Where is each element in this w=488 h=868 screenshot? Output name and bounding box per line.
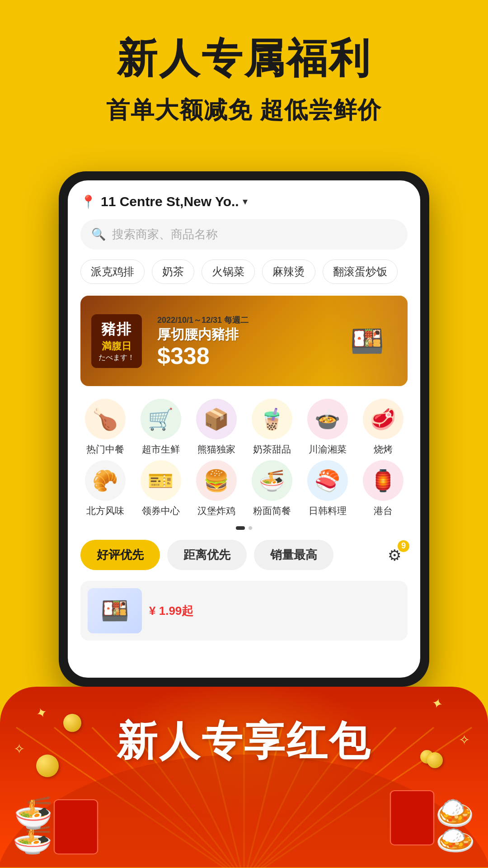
cat-icon-1: 🛒	[141, 399, 181, 439]
filter-badge: 9	[398, 540, 409, 552]
promo-title: 新人专享红包	[18, 714, 470, 769]
category-chips: 派克鸡排 奶茶 火锅菜 麻辣烫 翻滚蛋炒饭	[80, 259, 408, 284]
svg-rect-14	[54, 800, 98, 854]
cat-sichuan[interactable]: 🍲 川渝湘菜	[303, 399, 352, 456]
cat-panda-exclusive[interactable]: 📦 熊猫独家	[192, 399, 241, 456]
cat-icon-11: 🏮	[363, 460, 404, 501]
cat-label-7: 领券中心	[142, 505, 180, 517]
top-section: 新人专属福利 首单大额减免 超低尝鲜价	[0, 0, 488, 153]
search-placeholder: 搜索商家、商品名称	[112, 226, 218, 242]
food-image: 🍱	[350, 325, 384, 357]
sub-title: 首单大额减免 超低尝鲜价	[18, 94, 470, 126]
product-thumbnail: 🍱	[88, 588, 142, 633]
cat-icon-9: 🍜	[252, 460, 292, 501]
price-label: ¥	[149, 604, 155, 618]
cat-icon-3: 🧋	[252, 399, 292, 439]
banner-logo-mid: 満腹日	[99, 340, 135, 353]
location-text: 11 Centre St,New Yo..	[101, 194, 239, 209]
banner[interactable]: 豬排 満腹日 たべます！ 2022/10/1～12/31 每週二 厚切腰内豬排 …	[80, 296, 408, 386]
cat-icon-8: 🍔	[196, 460, 237, 501]
cat-label-4: 川渝湘菜	[309, 443, 347, 456]
search-icon: 🔍	[91, 227, 106, 241]
cat-hk-taiwan[interactable]: 🏮 港台	[358, 460, 408, 517]
price-value: 1.99起	[159, 604, 194, 618]
filter-top-rated[interactable]: 好评优先	[80, 540, 160, 570]
location-icon: 📍	[80, 194, 96, 209]
product-price: ¥ 1.99起	[149, 603, 400, 619]
chip-1[interactable]: 奶茶	[152, 259, 194, 284]
categories-row1: 🍗 热门中餐 🛒 超市生鲜 📦 熊猫独家 🧋 奶茶甜品	[80, 399, 408, 456]
cat-icon-5: 🥩	[363, 399, 404, 439]
chip-4[interactable]: 翻滚蛋炒饭	[323, 259, 398, 284]
food-float-1: 🍜	[14, 794, 53, 831]
product-info: ¥ 1.99起	[149, 603, 400, 619]
cat-label-0: 热门中餐	[86, 443, 124, 456]
chip-3[interactable]: 麻辣烫	[262, 259, 315, 284]
cat-bbq[interactable]: 🥩 烧烤	[358, 399, 408, 456]
chip-0[interactable]: 派克鸡排	[80, 259, 145, 284]
cat-burger[interactable]: 🍔 汉堡炸鸡	[192, 460, 241, 517]
dot-indicator	[80, 526, 408, 530]
phone-mockup: 📍 11 Centre St,New Yo.. ▾ 🔍 搜索商家、商品名称 派克…	[59, 171, 429, 687]
cat-hot-chinese[interactable]: 🍗 热门中餐	[80, 399, 130, 456]
categories-row2: 🥐 北方风味 🎫 领券中心 🍔 汉堡炸鸡 🍜 粉面简餐	[80, 460, 408, 517]
product-card[interactable]: 🍱 ¥ 1.99起	[80, 581, 408, 641]
cat-icon-0: 🍗	[85, 399, 126, 439]
cat-japanese[interactable]: 🍣 日韩料理	[303, 460, 352, 517]
dot-active	[236, 526, 245, 530]
cat-label-11: 港台	[374, 505, 393, 517]
main-title: 新人专属福利	[18, 36, 470, 81]
location-bar[interactable]: 📍 11 Centre St,New Yo.. ▾	[80, 194, 408, 209]
bottom-section: ✦ ✦ ✧ ✧ 新人专享红包	[0, 687, 488, 868]
filter-nearest[interactable]: 距离优先	[167, 540, 247, 570]
svg-rect-15	[390, 791, 434, 845]
search-bar[interactable]: 🔍 搜索商家、商品名称	[80, 219, 408, 250]
cat-noodles[interactable]: 🍜 粉面简餐	[247, 460, 296, 517]
app-content: 📍 11 Centre St,New Yo.. ▾ 🔍 搜索商家、商品名称 派克…	[68, 180, 420, 641]
cat-coupon[interactable]: 🎫 领券中心	[136, 460, 185, 517]
cat-icon-2: 📦	[196, 399, 237, 439]
banner-left: 豬排 満腹日 たべます！	[80, 305, 151, 377]
cat-label-1: 超市生鲜	[142, 443, 180, 456]
cat-icon-4: 🍲	[307, 399, 348, 439]
cat-label-9: 粉面简餐	[253, 505, 291, 517]
phone-wrapper: 📍 11 Centre St,New Yo.. ▾ 🔍 搜索商家、商品名称 派克…	[0, 153, 488, 687]
red-promo-section: ✦ ✦ ✧ ✧ 新人专享红包	[0, 687, 488, 868]
chevron-down-icon: ▾	[243, 196, 248, 208]
banner-logo-bot: たべます！	[99, 353, 135, 363]
cat-supermarket[interactable]: 🛒 超市生鲜	[136, 399, 185, 456]
cat-north[interactable]: 🥐 北方风味	[80, 460, 130, 517]
cat-icon-6: 🥐	[85, 460, 126, 501]
phone-screen: 📍 11 Centre St,New Yo.. ▾ 🔍 搜索商家、商品名称 派克…	[68, 180, 420, 678]
chip-2[interactable]: 火锅菜	[202, 259, 255, 284]
cat-icon-7: 🎫	[141, 460, 181, 501]
cat-label-8: 汉堡炸鸡	[197, 505, 235, 517]
cat-label-6: 北方风味	[86, 505, 124, 517]
cat-milk-tea[interactable]: 🧋 奶茶甜品	[247, 399, 296, 456]
banner-logo-top: 豬排	[99, 320, 135, 340]
filter-options-button[interactable]: ⚙ 9	[381, 542, 408, 568]
food-float-2: 🍛	[435, 794, 474, 831]
banner-image-area: 🍱	[326, 296, 408, 386]
cat-label-2: 熊猫独家	[197, 443, 235, 456]
cat-label-5: 烧烤	[374, 443, 393, 456]
banner-logo: 豬排 満腹日 たべます！	[91, 314, 142, 368]
dot-inactive	[249, 526, 252, 530]
cat-label-10: 日韩料理	[309, 505, 347, 517]
cat-label-3: 奶茶甜品	[253, 443, 291, 456]
cat-icon-10: 🍣	[307, 460, 348, 501]
filter-bestseller[interactable]: 销量最高	[254, 540, 333, 570]
filter-bar: 好评优先 距离优先 销量最高 ⚙ 9	[80, 540, 408, 570]
